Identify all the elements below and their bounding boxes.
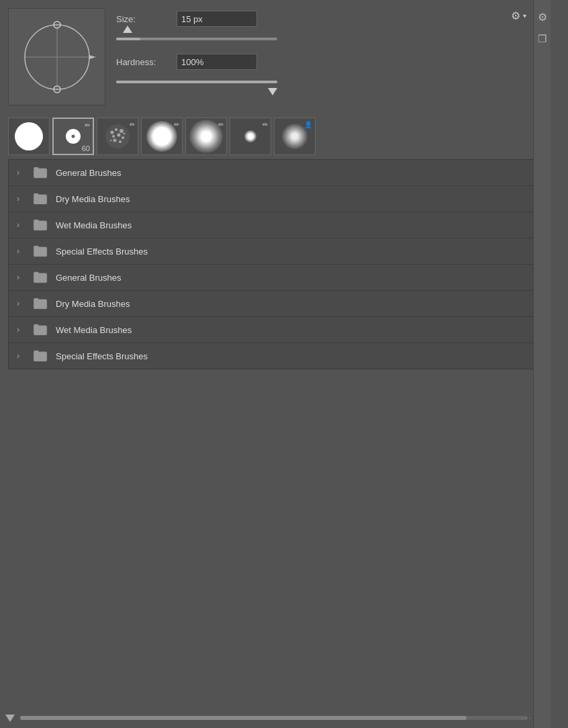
folder-icon: [33, 350, 48, 362]
brush-thumb-label-60: 60: [82, 144, 90, 152]
horizontal-scrollbar-track[interactable]: [20, 716, 528, 720]
size-slider-track: [116, 38, 277, 40]
size-slider-row: [116, 32, 540, 46]
svg-point-11: [117, 134, 121, 137]
settings-dropdown-arrow: ▾: [523, 12, 526, 19]
chevron-icon: ›: [17, 299, 25, 308]
svg-point-13: [113, 139, 117, 142]
svg-point-8: [115, 128, 117, 131]
list-item[interactable]: › General Brushes: [9, 265, 542, 291]
size-row: Size:: [116, 11, 540, 27]
chevron-icon: ›: [17, 220, 25, 230]
folder-icon: [33, 298, 48, 310]
right-panel-strip: ⚙ ❐: [533, 0, 551, 728]
list-item[interactable]: › Wet Media Brushes: [9, 212, 542, 238]
svg-point-9: [120, 129, 124, 133]
folder-icon: [33, 193, 48, 205]
chevron-icon: ›: [17, 194, 25, 203]
svg-point-6: [105, 124, 130, 148]
svg-point-7: [111, 131, 114, 134]
textured-preview-svg: [103, 122, 132, 151]
svg-point-12: [122, 136, 124, 139]
chevron-icon: ›: [17, 246, 25, 256]
size-hardness-controls: Size: Hardness:: [116, 8, 540, 97]
brush-thumb-soft-medium[interactable]: ✏: [185, 118, 227, 155]
size-slider-fill: [116, 38, 140, 40]
brush-thumb-hard-round[interactable]: ✏ 60: [52, 118, 94, 155]
panel-icon[interactable]: ❐: [538, 33, 547, 45]
brush-thumb-soft-large[interactable]: ✏: [141, 118, 183, 155]
folder-icon: [33, 219, 48, 231]
brush-panel: ⚙ ❐ Size:: [0, 0, 551, 728]
size-slider[interactable]: [116, 32, 277, 46]
brush-thumb-special[interactable]: 👤: [274, 118, 316, 155]
size-label: Size:: [116, 14, 170, 24]
hardness-slider-row: [116, 75, 540, 89]
hard-round-preview: [66, 129, 81, 144]
brush-thumb-textured[interactable]: ✏: [97, 118, 138, 155]
svg-point-14: [119, 140, 122, 143]
hardness-row: Hardness:: [116, 54, 540, 70]
hardness-slider-track: [116, 81, 277, 83]
folder-icon: [33, 167, 48, 179]
brush-list: › General Brushes › Dry Media Brushes › …: [8, 159, 542, 369]
brush-list-label: Special Effects Brushes: [56, 351, 148, 361]
hardness-slider-fill: [116, 81, 277, 83]
brush-list-label: Dry Media Brushes: [56, 194, 130, 204]
chevron-icon: ›: [17, 168, 25, 177]
brush-list-label: General Brushes: [56, 273, 122, 283]
settings-button[interactable]: ⚙ ▾: [511, 9, 526, 22]
list-item[interactable]: › Dry Media Brushes: [9, 291, 542, 317]
svg-marker-5: [89, 55, 96, 59]
list-item[interactable]: › General Brushes: [9, 160, 542, 186]
brush-list-label: Special Effects Brushes: [56, 246, 148, 257]
size-input[interactable]: [177, 11, 257, 27]
horizontal-scrollbar-thumb[interactable]: [20, 716, 467, 720]
svg-point-15: [110, 140, 112, 142]
chevron-icon: ›: [17, 273, 25, 282]
chevron-icon: ›: [17, 351, 25, 361]
brush-list-label: Wet Media Brushes: [56, 220, 132, 230]
brush-thumb-small-round[interactable]: ✏: [230, 118, 271, 155]
list-item[interactable]: › Special Effects Brushes: [9, 343, 542, 369]
settings-icon[interactable]: ⚙: [538, 11, 547, 24]
folder-icon: [33, 324, 48, 336]
scroll-down-arrow[interactable]: [5, 715, 15, 722]
bottom-scrollbar[interactable]: [0, 708, 533, 728]
chevron-icon: ›: [17, 325, 25, 334]
list-item[interactable]: › Special Effects Brushes: [9, 238, 542, 265]
small-round-preview: [244, 130, 256, 142]
solid-round-preview: [15, 122, 43, 150]
folder-icon: [33, 245, 48, 257]
svg-point-10: [112, 135, 115, 138]
gear-icon: ⚙: [511, 9, 520, 22]
brush-preview: [8, 8, 105, 105]
brush-list-label: Wet Media Brushes: [56, 325, 132, 335]
svg-point-16: [124, 133, 126, 135]
brush-thumb-solid-round[interactable]: [8, 118, 50, 155]
top-section: Size: Hardness:: [0, 0, 551, 113]
brush-list-label: Dry Media Brushes: [56, 299, 130, 309]
brush-type-bar: ✏ 60 ✏ ✏: [0, 113, 551, 159]
soft-large-preview: [146, 121, 177, 152]
brush-list-label: General Brushes: [56, 168, 122, 178]
hardness-label: Hardness:: [116, 57, 170, 67]
list-item[interactable]: › Dry Media Brushes: [9, 186, 542, 212]
list-item[interactable]: › Wet Media Brushes: [9, 317, 542, 343]
folder-icon: [33, 271, 48, 283]
hardness-input[interactable]: [177, 54, 257, 70]
brush-preview-svg: [17, 17, 97, 97]
hardness-slider[interactable]: [116, 75, 277, 89]
